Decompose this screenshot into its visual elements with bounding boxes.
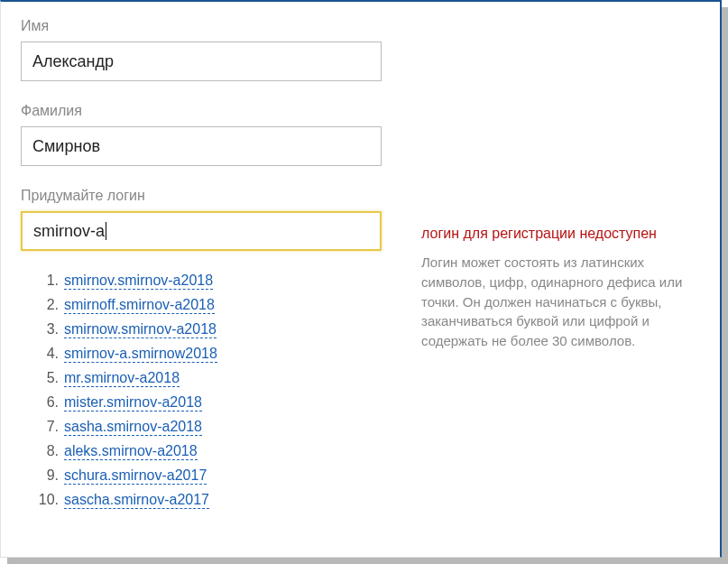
suggestion-number: 9. (32, 467, 59, 484)
last-name-label: Фамилия (21, 103, 400, 119)
form-column: Имя Фамилия Придумайте логин smirnov-a 1 (21, 18, 400, 523)
login-suggestion-item: 8.aleks.smirnov-a2018 (32, 443, 400, 460)
first-name-field: Имя (21, 18, 400, 81)
login-suggestion-item: 9.schura.smirnov-a2017 (32, 467, 400, 485)
login-suggestion-link[interactable]: smirnov-a.smirnow2018 (64, 346, 217, 363)
suggestion-number: 6. (32, 394, 59, 411)
login-suggestion-link[interactable]: aleks.smirnov-a2018 (64, 443, 198, 460)
last-name-field: Фамилия (21, 103, 400, 166)
login-suggestion-item: 10.sascha.smirnov-a2017 (32, 492, 400, 509)
login-suggestion-link[interactable]: smirnow.smirnov-a2018 (64, 321, 217, 338)
first-name-input[interactable] (21, 42, 382, 81)
suggestion-number: 4. (32, 346, 59, 362)
shadow-bottom (7, 558, 728, 564)
login-suggestion-item: 4.smirnov-a.smirnow2018 (32, 346, 400, 363)
login-suggestion-link[interactable]: smirnoff.smirnov-a2018 (64, 297, 215, 314)
login-suggestion-link[interactable]: mister.smirnov-a2018 (64, 394, 202, 411)
suggestion-number: 10. (32, 492, 59, 508)
login-suggestion-item: 1.smirnov.smirnov-a2018 (32, 273, 400, 290)
login-field: Придумайте логин smirnov-a (21, 188, 400, 251)
suggestion-number: 3. (32, 321, 59, 337)
login-suggestion-item: 5.mr.smirnov-a2018 (32, 370, 400, 387)
last-name-input[interactable] (21, 126, 382, 166)
login-suggestion-link[interactable]: sasha.smirnov-a2018 (64, 419, 202, 436)
suggestion-number: 1. (32, 273, 59, 289)
login-suggestion-link[interactable]: mr.smirnov-a2018 (64, 370, 180, 387)
text-caret-icon (106, 222, 106, 240)
login-suggestion-link[interactable]: sascha.smirnov-a2017 (64, 492, 209, 509)
login-input-value: smirnov-a (33, 222, 105, 241)
first-name-label: Имя (21, 18, 400, 34)
suggestion-number: 5. (32, 370, 59, 386)
login-suggestion-item: 2.smirnoff.smirnov-a2018 (32, 297, 400, 314)
shadow-right (722, 7, 728, 564)
login-suggestions-list: 1.smirnov.smirnov-a20182.smirnoff.smirno… (21, 273, 400, 509)
suggestion-number: 2. (32, 297, 59, 313)
registration-panel: Имя Фамилия Придумайте логин smirnov-a 1 (0, 0, 722, 558)
error-body: Логин может состоять из латинских символ… (421, 253, 700, 351)
login-suggestion-item: 3.smirnow.smirnov-a2018 (32, 321, 400, 338)
login-suggestion-item: 6.mister.smirnov-a2018 (32, 394, 400, 411)
error-title: логин для регистрации недоступен (421, 226, 700, 242)
suggestion-number: 8. (32, 443, 59, 459)
login-suggestion-link[interactable]: smirnov.smirnov-a2018 (64, 273, 213, 290)
login-label: Придумайте логин (21, 188, 400, 204)
login-input[interactable]: smirnov-a (21, 211, 382, 251)
suggestion-number: 7. (32, 419, 59, 435)
message-column: логин для регистрации недоступен Логин м… (421, 18, 700, 523)
login-suggestion-item: 7.sasha.smirnov-a2018 (32, 419, 400, 436)
login-suggestion-link[interactable]: schura.smirnov-a2017 (64, 467, 207, 485)
